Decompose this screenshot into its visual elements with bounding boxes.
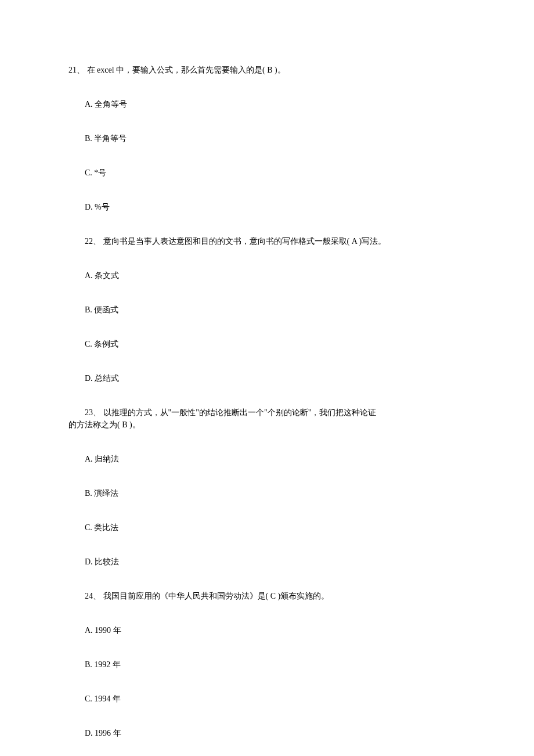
question-24-option-b: B. 1992 年 — [85, 658, 466, 671]
question-23-option-b: B. 演绎法 — [85, 487, 466, 499]
question-22: 22、 意向书是当事人表达意图和目的的文书，意向书的写作格式一般采取( A )写… — [68, 235, 466, 384]
question-23-text: 23、 以推理的方式，从"一般性"的结论推断出一个"个别的论断"，我们把这种论证… — [68, 406, 466, 431]
question-21: 21、 在 excel 中，要输入公式，那么首先需要输入的是( B )。 A. … — [68, 64, 466, 213]
question-21-option-a: A. 全角等号 — [85, 98, 466, 110]
question-24-text: 24、 我国目前应用的《中华人民共和国劳动法》是( C )颁布实施的。 — [85, 590, 466, 602]
question-22-text: 22、 意向书是当事人表达意图和目的的文书，意向书的写作格式一般采取( A )写… — [85, 235, 466, 247]
question-22-option-a: A. 条文式 — [85, 269, 466, 282]
question-24-option-d: D. 1996 年 — [85, 727, 466, 739]
question-21-option-d: D. %号 — [85, 201, 466, 213]
question-23-text-line1: 23、 以推理的方式，从"一般性"的结论推断出一个"个别的论断"，我们把这种论证 — [85, 406, 466, 419]
question-21-option-b: B. 半角等号 — [85, 132, 466, 145]
question-21-text: 21、 在 excel 中，要输入公式，那么首先需要输入的是( B )。 — [68, 64, 466, 76]
question-23-option-a: A. 归纳法 — [85, 453, 466, 465]
question-23: 23、 以推理的方式，从"一般性"的结论推断出一个"个别的论断"，我们把这种论证… — [68, 406, 466, 568]
question-24: 24、 我国目前应用的《中华人民共和国劳动法》是( C )颁布实施的。 A. 1… — [68, 590, 466, 739]
question-23-option-d: D. 比较法 — [85, 556, 466, 568]
question-24-option-a: A. 1990 年 — [85, 624, 466, 636]
question-22-option-d: D. 总结式 — [85, 372, 466, 384]
question-22-option-b: B. 便函式 — [85, 304, 466, 316]
question-21-option-c: C. *号 — [85, 167, 466, 179]
question-24-option-c: C. 1994 年 — [85, 693, 466, 705]
question-23-option-c: C. 类比法 — [85, 521, 466, 534]
question-23-text-line2: 的方法称之为( B )。 — [68, 419, 466, 431]
question-22-option-c: C. 条例式 — [85, 338, 466, 350]
